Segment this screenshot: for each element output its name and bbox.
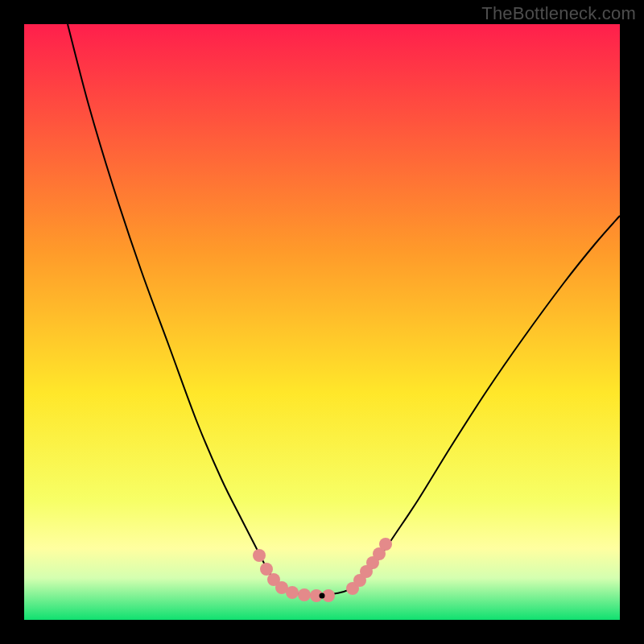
plot-background: [24, 24, 620, 620]
marker-dot: [298, 588, 311, 601]
marker-dot: [253, 549, 266, 562]
marker-dot: [260, 563, 273, 576]
bottleneck-chart: [0, 0, 644, 644]
minimum-point-icon: [320, 593, 325, 599]
marker-dot: [379, 538, 392, 551]
chart-frame: TheBottleneck.com: [0, 0, 644, 644]
watermark-label: TheBottleneck.com: [481, 3, 636, 24]
marker-dot: [286, 586, 299, 599]
